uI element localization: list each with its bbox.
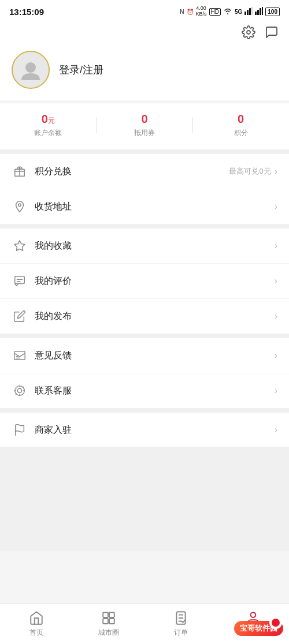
svg-point-19 bbox=[17, 388, 21, 392]
menu-item-reviews[interactable]: 我的评价 › bbox=[0, 264, 289, 299]
tab-city[interactable]: 城市圈 bbox=[72, 606, 144, 642]
menu-item-service[interactable]: 联系客服 › bbox=[0, 373, 289, 408]
hd-badge: HD bbox=[209, 8, 221, 16]
menu-item-favorites[interactable]: 我的收藏 › bbox=[0, 229, 289, 264]
signal2-icon bbox=[255, 7, 263, 16]
arrow-icon-publish: › bbox=[275, 311, 277, 321]
battery-icon: 100 bbox=[265, 8, 280, 16]
divider-3 bbox=[0, 334, 289, 338]
stat-coupon[interactable]: 0 抵用券 bbox=[97, 113, 193, 138]
settings-button[interactable] bbox=[240, 24, 257, 40]
stat-coupon-label: 抵用券 bbox=[97, 128, 193, 138]
svg-point-9 bbox=[25, 62, 36, 73]
arrow-icon-points: › bbox=[275, 166, 277, 177]
menu-text-favorites: 我的收藏 bbox=[35, 240, 275, 252]
tab-home-label: 首页 bbox=[29, 628, 43, 638]
menu-item-feedback[interactable]: 意见反馈 › bbox=[0, 338, 289, 373]
svg-rect-4 bbox=[255, 12, 257, 15]
brand-badge: 宝哥软件园 bbox=[234, 621, 283, 636]
message-button[interactable] bbox=[264, 24, 280, 40]
svg-rect-2 bbox=[249, 8, 251, 15]
status-icons: N ⏰ 4.00KB/s HD 5G 100 bbox=[180, 6, 280, 17]
svg-rect-25 bbox=[109, 619, 114, 624]
top-action-bar bbox=[0, 21, 289, 44]
signal-icon bbox=[244, 7, 253, 16]
menu-section-2: 我的收藏 › 我的评价 › 我的发布 › bbox=[0, 229, 289, 334]
profile-login-text[interactable]: 登录/注册 bbox=[59, 63, 103, 77]
arrow-icon-address: › bbox=[275, 201, 277, 212]
stat-points-value: 0 bbox=[192, 113, 289, 126]
stats-row: 0元 账户余额 0 抵用券 0 积分 bbox=[0, 103, 289, 149]
tab-home[interactable]: 首页 bbox=[0, 606, 72, 642]
svg-rect-22 bbox=[103, 612, 108, 617]
alarm-icon: ⏰ bbox=[187, 9, 194, 15]
svg-point-11 bbox=[18, 204, 21, 207]
menu-section-4: 商家入驻 › bbox=[0, 413, 289, 447]
stat-coupon-value: 0 bbox=[97, 113, 193, 126]
svg-rect-5 bbox=[257, 10, 259, 15]
svg-rect-0 bbox=[244, 12, 246, 15]
arrow-icon-feedback: › bbox=[275, 350, 277, 361]
arrow-icon-favorites: › bbox=[275, 241, 277, 251]
profile-section[interactable]: 登录/注册 bbox=[0, 44, 289, 100]
status-bar: 13:15:09 N ⏰ 4.00KB/s HD 5G 100 bbox=[0, 0, 289, 21]
menu-section-1: 积分兑换 最高可兑0元 › 收货地址 › bbox=[0, 154, 289, 224]
brand-dot bbox=[269, 616, 282, 629]
divider-4 bbox=[0, 408, 289, 413]
arrow-icon-merchant: › bbox=[275, 425, 277, 435]
svg-point-8 bbox=[247, 31, 250, 34]
tab-order[interactable]: 订单 bbox=[144, 606, 217, 642]
arrow-icon-reviews: › bbox=[275, 276, 277, 286]
menu-text-publish: 我的发布 bbox=[35, 310, 275, 323]
menu-item-merchant[interactable]: 商家入驻 › bbox=[0, 413, 289, 447]
svg-rect-1 bbox=[247, 10, 249, 15]
menu-text-service: 联系客服 bbox=[35, 385, 275, 397]
svg-rect-6 bbox=[260, 8, 261, 15]
menu-section-3: 意见反馈 › 联系客服 › bbox=[0, 338, 289, 408]
feedback-icon bbox=[12, 347, 28, 364]
brand-dot-inner bbox=[272, 619, 280, 627]
arrow-icon-service: › bbox=[275, 385, 277, 396]
status-time: 13:15:09 bbox=[9, 7, 44, 17]
menu-item-publish[interactable]: 我的发布 › bbox=[0, 299, 289, 334]
edit-icon bbox=[12, 308, 28, 324]
svg-rect-23 bbox=[109, 612, 114, 617]
stat-balance-label: 账户余额 bbox=[0, 128, 97, 138]
flag-icon bbox=[12, 422, 28, 438]
svg-marker-12 bbox=[14, 241, 25, 250]
stat-balance-value: 0元 bbox=[0, 113, 97, 126]
network-speed: 4.00KB/s bbox=[196, 6, 207, 17]
comment-icon bbox=[12, 273, 28, 289]
menu-text-reviews: 我的评价 bbox=[35, 275, 275, 287]
avatar[interactable] bbox=[12, 51, 50, 89]
service-icon bbox=[12, 383, 28, 399]
gray-content-area bbox=[0, 447, 289, 551]
menu-hint-points-exchange: 最高可兑0元 bbox=[229, 166, 271, 177]
svg-rect-13 bbox=[15, 276, 25, 284]
stat-balance[interactable]: 0元 账户余额 bbox=[0, 113, 97, 138]
svg-point-30 bbox=[250, 612, 255, 617]
nfc-icon: N bbox=[180, 9, 184, 15]
menu-text-merchant: 商家入驻 bbox=[35, 424, 275, 436]
stat-points-label: 积分 bbox=[192, 128, 289, 138]
location-icon bbox=[12, 199, 28, 215]
star-icon bbox=[12, 238, 28, 254]
stat-points[interactable]: 0 积分 bbox=[192, 113, 289, 138]
tab-order-label: 订单 bbox=[174, 628, 188, 638]
svg-rect-7 bbox=[262, 7, 263, 15]
menu-text-points-exchange: 积分兑换 bbox=[35, 166, 229, 178]
5g-icon: 5G bbox=[235, 9, 242, 15]
menu-text-address: 收货地址 bbox=[35, 201, 275, 213]
svg-rect-3 bbox=[251, 7, 253, 15]
tab-city-label: 城市圈 bbox=[98, 628, 119, 638]
gift-icon bbox=[12, 163, 28, 179]
divider-2 bbox=[0, 224, 289, 229]
menu-text-feedback: 意见反馈 bbox=[35, 350, 275, 362]
menu-item-address[interactable]: 收货地址 › bbox=[0, 189, 289, 224]
wifi-icon bbox=[223, 7, 232, 16]
svg-rect-24 bbox=[103, 619, 108, 624]
menu-item-points-exchange[interactable]: 积分兑换 最高可兑0元 › bbox=[0, 154, 289, 189]
divider-1 bbox=[0, 149, 289, 154]
